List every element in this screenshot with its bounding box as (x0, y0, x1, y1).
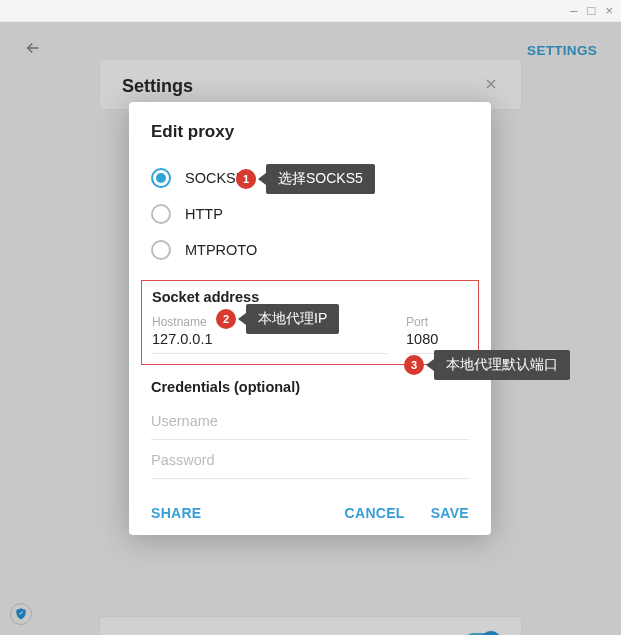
callout-1-num: 1 (236, 169, 256, 189)
socket-title: Socket address (152, 289, 468, 305)
credentials-title: Credentials (optional) (151, 379, 469, 395)
radio-mtproto-label: MTPROTO (185, 242, 257, 258)
share-button[interactable]: SHARE (151, 505, 202, 521)
callout-3: 3 本地代理默认端口 (404, 350, 570, 380)
callout-3-text: 本地代理默认端口 (434, 350, 570, 380)
callout-2: 2 本地代理IP (216, 304, 339, 334)
window-close[interactable]: × (605, 4, 613, 17)
radio-http-row[interactable]: HTTP (151, 196, 469, 232)
radio-mtproto-row[interactable]: MTPROTO (151, 232, 469, 268)
username-placeholder: Username (151, 405, 469, 433)
radio-http-label: HTTP (185, 206, 223, 222)
window-minimize[interactable]: – (570, 4, 577, 17)
port-label: Port (406, 315, 468, 329)
port-value[interactable]: 1080 (406, 331, 468, 347)
window-titlebar: – □ × (0, 0, 621, 22)
modal-footer: SHARE CANCEL SAVE (151, 505, 469, 521)
radio-http[interactable] (151, 204, 171, 224)
username-field[interactable]: Username (151, 401, 469, 440)
modal-title: Edit proxy (151, 122, 469, 142)
callout-3-num: 3 (404, 355, 424, 375)
radio-socks5[interactable] (151, 168, 171, 188)
callout-2-text: 本地代理IP (246, 304, 339, 334)
window-maximize[interactable]: □ (588, 4, 596, 17)
callout-2-num: 2 (216, 309, 236, 329)
callout-1-text: 选择SOCKS5 (266, 164, 375, 194)
callout-1: 1 选择SOCKS5 (236, 164, 375, 194)
port-field[interactable]: Port 1080 (406, 311, 468, 354)
password-placeholder: Password (151, 444, 469, 472)
callout-arrow-icon (426, 359, 434, 371)
cancel-button[interactable]: CANCEL (345, 505, 405, 521)
password-field[interactable]: Password (151, 440, 469, 479)
radio-mtproto[interactable] (151, 240, 171, 260)
callout-arrow-icon (258, 173, 266, 185)
save-button[interactable]: SAVE (431, 505, 469, 521)
callout-arrow-icon (238, 313, 246, 325)
